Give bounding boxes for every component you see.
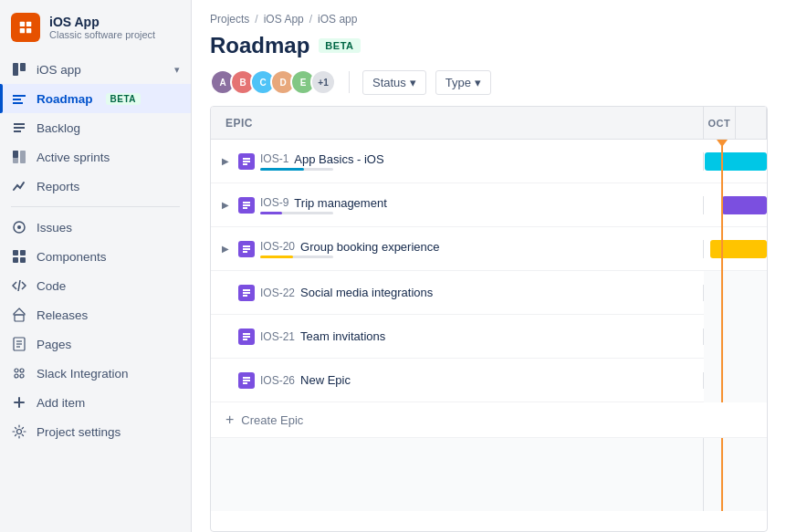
today-line-footer [721,438,723,511]
epic-column-header: Epic [211,107,704,139]
issues-icon [11,219,27,235]
roadmap-grid: Epic OCT ▶ [211,107,767,531]
svg-rect-11 [13,250,18,256]
create-epic-plus-icon: + [225,412,234,428]
gantt-bar-ios20 [710,240,767,258]
progress-fill-ios1 [260,168,304,171]
empty-footer [211,438,767,511]
active-sprints-label: Active sprints [37,151,110,164]
sidebar-item-roadmap[interactable]: Roadmap BETA [0,84,191,113]
epic-name-ios9: Trip management [294,196,386,210]
slack-label: Slack Integration [37,367,129,381]
sidebar-item-reports[interactable]: Reports [0,172,191,201]
svg-point-10 [17,225,21,229]
timeline-cell-ios9 [704,183,767,227]
epic-cell-ios22: ▶ IOS-22 Social media integrations [211,285,704,301]
type-filter-button[interactable]: Type ▾ [435,70,491,95]
svg-rect-7 [20,151,26,163]
code-label: Code [37,279,66,293]
components-icon [11,248,27,265]
timeline-cell-ios22 [704,271,767,315]
empty-footer-timeline-col [704,438,767,511]
svg-rect-26 [14,402,25,403]
sidebar-item-releases[interactable]: Releases [0,300,191,329]
add-icon [11,394,27,411]
epic-key-ios20: IOS-20 [260,240,295,253]
sidebar-board-toggle[interactable]: iOS app ▾ [0,55,191,84]
epic-icon-ios22 [238,285,255,301]
avatar-count: +1 [310,69,336,95]
pages-label: Pages [37,338,71,351]
roadmap-container: Epic OCT ▶ [210,106,768,532]
today-line-ios9 [721,183,723,227]
sidebar-divider-1 [11,206,180,207]
expand-btn-ios9[interactable]: ▶ [218,198,233,213]
sidebar-item-add[interactable]: Add item [0,388,191,417]
table-row: ▶ IOS-1 App Basics - iOS [211,140,767,183]
epic-key-ios9: IOS-9 [260,196,288,209]
svg-rect-12 [20,250,26,256]
today-marker [717,140,728,147]
svg-rect-13 [13,257,18,263]
project-title: iOS App [49,15,180,29]
board-label: iOS app [37,63,81,77]
svg-point-23 [15,374,18,378]
epic-cell-ios21: ▶ IOS-21 Team invitations [211,329,704,345]
svg-rect-5 [20,63,26,71]
timeline-oct-header: OCT [704,107,736,139]
today-line-ios21 [721,315,723,359]
epic-icon-ios21 [238,329,255,345]
table-row: ▶ IOS-21 Team invitations [211,315,767,359]
progress-fill-ios20 [260,256,293,258]
sidebar-item-code[interactable]: Code [0,271,191,300]
epic-cell-ios26: ▶ IOS-26 New Epic [211,372,704,389]
grid-header: Epic OCT [211,107,767,140]
add-item-label: Add item [37,396,85,410]
breadcrumb-projects[interactable]: Projects [210,13,249,26]
toolbar: A B C D E +1 Status ▾ Type ▾ [192,69,786,106]
sidebar-item-issues[interactable]: Issues [0,213,191,242]
progress-fill-ios9 [260,212,282,214]
table-row: ▶ IOS-22 Social media integrations [211,271,767,315]
status-filter-button[interactable]: Status ▾ [362,70,426,95]
breadcrumb-ios-app[interactable]: iOS App [264,13,304,26]
pages-icon [11,336,27,352]
svg-point-22 [20,369,24,372]
expand-btn-ios1[interactable]: ▶ [218,154,233,169]
progress-track-ios20 [260,256,333,258]
epic-name-ios22: Social media integrations [300,286,433,299]
releases-icon [11,307,27,323]
create-epic-row[interactable]: + Create Epic [211,402,767,438]
epic-key-ios22: IOS-22 [260,287,295,299]
backlog-label: Backlog [37,121,80,135]
svg-point-27 [17,430,22,434]
dropdown-arrow: ▾ [174,64,180,76]
svg-line-15 [18,280,20,291]
breadcrumb: Projects / iOS App / iOS app [192,0,786,29]
sidebar-item-settings[interactable]: Project settings [0,417,191,446]
sidebar-item-components[interactable]: Components [0,242,191,271]
sidebar-item-active-sprints[interactable]: Active sprints [0,142,191,172]
page-title: Roadmap [210,33,309,58]
sidebar-item-pages[interactable]: Pages [0,329,191,359]
sidebar-item-slack[interactable]: Slack Integration [0,359,191,388]
settings-label: Project settings [37,425,121,439]
board-icon [11,61,27,78]
timeline-next-header [736,107,768,139]
sidebar-item-backlog[interactable]: Backlog [0,113,191,142]
svg-rect-1 [26,22,31,26]
avatar-group: A B C D E +1 [210,69,336,95]
svg-rect-16 [15,315,24,321]
gantt-bar-ios1 [705,152,767,171]
status-label: Status [372,76,406,89]
svg-rect-2 [20,28,25,33]
progress-track-ios9 [260,212,333,214]
svg-rect-3 [26,28,31,33]
epic-name-ios21: Team invitations [300,329,385,343]
type-chevron-icon: ▾ [475,76,481,89]
epic-icon-ios26 [238,372,255,389]
expand-btn-ios20[interactable]: ▶ [218,242,233,256]
page-beta-badge: BETA [319,38,360,53]
roadmap-icon [11,90,27,107]
empty-footer-epic-col [211,438,704,511]
